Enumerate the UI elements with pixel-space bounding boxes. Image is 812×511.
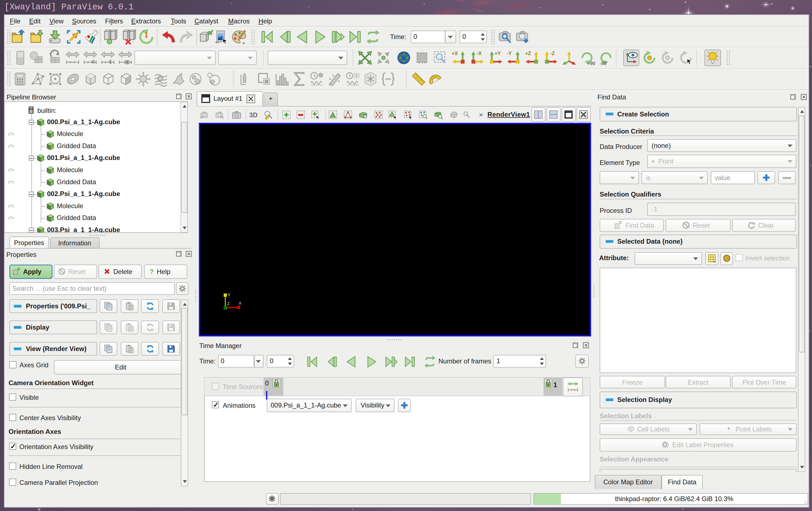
svg-text:+Z: +Z — [525, 51, 531, 56]
svg-text:+90: +90 — [587, 61, 595, 66]
svg-text:Y: Y — [228, 293, 231, 297]
svg-text:t: t — [110, 58, 112, 65]
svg-text:-X: -X — [477, 51, 482, 56]
svg-text:-Z: -Z — [550, 51, 555, 56]
svg-text:-Y: -Y — [507, 51, 512, 56]
svg-text:-90: -90 — [600, 61, 607, 66]
svg-text:c: c — [92, 58, 95, 65]
svg-text:X: X — [239, 301, 241, 305]
svg-text:+Y: +Y — [495, 51, 501, 56]
svg-text:+X: +X — [452, 51, 458, 56]
svg-text:Z: Z — [227, 301, 230, 306]
